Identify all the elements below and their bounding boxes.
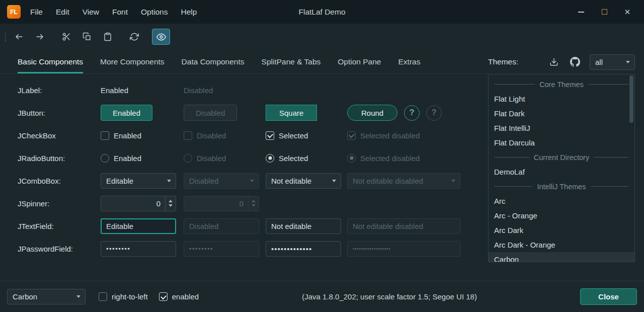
menu-options[interactable]: Options: [134, 5, 174, 20]
jlabel-disabled: Disabled: [184, 86, 213, 95]
form-row-jlabel: JLabel: Enabled Disabled: [18, 82, 488, 98]
refresh-icon: [130, 32, 139, 41]
menu-font[interactable]: Font: [106, 5, 134, 20]
passwordfield-disabled: [184, 241, 259, 257]
menu-file[interactable]: File: [24, 5, 49, 20]
spinner-down-icon[interactable]: [169, 204, 173, 207]
combobox-value: Not editable: [271, 177, 328, 185]
disabled-button: Disabled: [184, 105, 237, 121]
form-row-jpasswordfield: JPasswordField:: [18, 241, 488, 257]
close-icon: ✕: [624, 8, 631, 17]
theme-list-item[interactable]: Flat IntelliJ: [489, 121, 634, 135]
tab-splitpane-tabs[interactable]: SplitPane & Tabs: [262, 50, 321, 73]
checkbox-checked-icon: [347, 131, 356, 140]
refresh-button[interactable]: [125, 29, 143, 45]
chevron-down-icon: [250, 180, 254, 182]
spinner-up-icon[interactable]: [169, 200, 173, 202]
theme-list-item[interactable]: Arc Dark - Orange: [489, 238, 634, 252]
form-row-jcombobox: JComboBox: Editable Disabled Not editabl…: [18, 173, 488, 189]
radio-label: Disabled: [197, 154, 226, 163]
spinner-up-icon: [252, 200, 256, 202]
github-icon: [570, 57, 580, 67]
back-button[interactable]: [10, 29, 28, 45]
scrollbar-thumb[interactable]: [629, 75, 633, 123]
menu-edit[interactable]: Edit: [49, 5, 76, 20]
tab-data-components[interactable]: Data Components: [182, 50, 245, 73]
radio-label: Selected: [279, 154, 308, 163]
menu-help[interactable]: Help: [174, 5, 203, 20]
enabled-button[interactable]: Enabled: [101, 105, 152, 121]
themes-filter-value: all: [595, 58, 622, 66]
form-row-jtextfield: JTextField:: [18, 218, 488, 234]
themes-list: Core ThemesFlat LightFlat DarkFlat Intel…: [488, 74, 635, 262]
radio-selected-icon: [347, 154, 356, 163]
maximize-button[interactable]: [593, 3, 616, 21]
copy-button[interactable]: [78, 29, 96, 45]
theme-list-item[interactable]: DemoLaf: [489, 165, 634, 179]
show-hints-toggle[interactable]: [152, 29, 170, 45]
theme-list-item[interactable]: Flat Dark: [489, 106, 634, 121]
radio-icon: [101, 154, 109, 163]
paste-button[interactable]: [99, 29, 117, 45]
chevron-down-icon: [76, 295, 80, 298]
themes-list-items: Core ThemesFlat LightFlat DarkFlat Intel…: [489, 77, 634, 262]
combobox-not-editable[interactable]: Not editable: [266, 173, 341, 189]
form-row-jradiobutton: JRadioButton: Enabled Disabled Selected …: [18, 150, 488, 166]
tab-option-pane[interactable]: Option Pane: [338, 50, 381, 73]
round-button[interactable]: Round: [347, 105, 397, 121]
tab-basic-components[interactable]: Basic Components: [18, 50, 83, 73]
theme-list-item[interactable]: Arc Dark: [489, 223, 634, 238]
toolbar: [0, 24, 644, 50]
passwordfield-enabled[interactable]: [101, 241, 176, 257]
combobox-editable[interactable]: Editable: [101, 173, 176, 189]
close-button[interactable]: Close: [580, 288, 637, 305]
radio-enabled[interactable]: Enabled: [101, 154, 141, 163]
themes-label: Themes:: [488, 57, 518, 66]
right-to-left-checkbox[interactable]: right-to-left: [99, 292, 148, 301]
download-themes-button[interactable]: [547, 55, 560, 68]
forward-button[interactable]: [31, 29, 49, 45]
checkbox-selected[interactable]: Selected: [266, 131, 308, 140]
theme-list-item[interactable]: Carbon: [489, 252, 634, 262]
close-window-button[interactable]: ✕: [616, 3, 639, 21]
github-button[interactable]: [569, 55, 582, 68]
enabled-checkbox[interactable]: enabled: [159, 292, 199, 301]
spinner-down-icon: [252, 204, 256, 207]
themes-panel: Themes: all Core ThemesFlat LightFlat Da…: [488, 50, 635, 281]
passwordfield-not-editable: [266, 241, 341, 257]
themes-scrollbar[interactable]: [629, 75, 633, 261]
square-button[interactable]: Square: [266, 105, 317, 121]
theme-list-item[interactable]: Flat Darcula: [489, 135, 634, 150]
lookandfeel-combobox[interactable]: Carbon: [7, 289, 86, 304]
help-button[interactable]: ?: [404, 105, 420, 121]
minimize-icon: [578, 12, 584, 13]
checkbox-label: Selected disabled: [360, 131, 420, 140]
checkbox-enabled[interactable]: Enabled: [101, 131, 141, 140]
radio-label: Enabled: [114, 154, 141, 163]
row-label: JTextField:: [18, 222, 101, 230]
tab-extras[interactable]: Extras: [398, 50, 421, 73]
checkbox-label: right-to-left: [112, 292, 148, 301]
radio-selected-disabled: Selected disabled: [347, 154, 420, 163]
cut-button[interactable]: [57, 29, 75, 45]
tab-more-components[interactable]: More Components: [100, 50, 165, 73]
themes-header: Themes: all: [488, 50, 635, 74]
themes-filter-combobox[interactable]: all: [590, 54, 635, 70]
window-controls: ✕: [570, 3, 639, 21]
theme-list-item[interactable]: Arc: [489, 194, 634, 208]
checkbox-icon: [101, 131, 109, 140]
spinner-enabled[interactable]: 0: [101, 196, 176, 211]
toolbar-grip[interactable]: [5, 33, 6, 41]
spinner-buttons[interactable]: [165, 196, 176, 211]
minimize-button[interactable]: [570, 3, 593, 21]
combobox-not-editable-disabled: Not editable disabled: [347, 173, 460, 189]
radio-selected[interactable]: Selected: [266, 154, 308, 163]
app-logo-icon: FL: [7, 5, 21, 19]
theme-list-item[interactable]: Arc - Orange: [489, 208, 634, 223]
theme-list-item[interactable]: Flat Light: [489, 92, 634, 106]
spinner-disabled: 0: [184, 196, 259, 211]
menu-view[interactable]: View: [76, 5, 106, 20]
eye-icon: [156, 32, 166, 42]
textfield-editable[interactable]: [101, 218, 176, 234]
arrow-left-icon: [15, 32, 24, 41]
